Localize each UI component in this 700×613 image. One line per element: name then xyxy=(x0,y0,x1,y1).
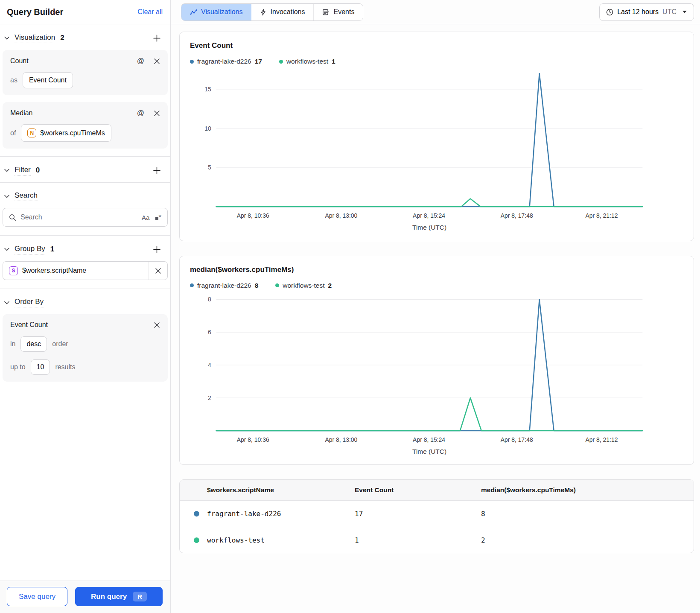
main-topbar: Visualizations Invocations Events Last 1… xyxy=(171,0,700,24)
cell-script-name: workflows-test xyxy=(207,536,355,544)
regex-icon[interactable]: * xyxy=(155,214,161,221)
clear-all-link[interactable]: Clear all xyxy=(137,8,163,16)
column-header-median: median($workers.cpuTimeMs) xyxy=(481,486,694,494)
event-count-chart-card: Event Count fragrant-lake-d22617workflow… xyxy=(179,32,694,241)
visualization-card-median: Median @ of N $workers.cpuTimeMs xyxy=(3,102,168,149)
legend-item[interactable]: workflows-test2 xyxy=(275,282,332,289)
section-group-by: Group By 1 S $workers.scriptName xyxy=(0,235,170,289)
group-by-item: S $workers.scriptName xyxy=(3,261,168,280)
time-zone-label: UTC xyxy=(662,8,677,16)
tab-label: Events xyxy=(333,8,354,16)
legend-dot xyxy=(190,283,194,287)
plus-icon xyxy=(153,166,161,175)
add-visualization-button[interactable] xyxy=(152,33,162,43)
legend-item[interactable]: fragrant-lake-d2268 xyxy=(190,282,258,289)
visualization-alias-field[interactable]: Event Count xyxy=(23,72,73,88)
order-label: order xyxy=(52,340,68,348)
chevron-down-icon[interactable] xyxy=(3,193,10,200)
run-query-label: Run query xyxy=(91,593,127,601)
visualization-card-title: Count xyxy=(10,57,29,65)
visualization-card-count: Count @ as Event Count xyxy=(3,50,168,95)
add-filter-button[interactable] xyxy=(152,165,162,175)
median-field-selector[interactable]: N $workers.cpuTimeMs xyxy=(21,124,111,142)
legend-dot xyxy=(275,283,279,287)
remove-group-by-button[interactable] xyxy=(149,262,167,280)
remove-order-by-button[interactable] xyxy=(154,322,160,328)
legend-series-value: 8 xyxy=(255,282,259,289)
legend-series-name: workflows-test xyxy=(286,58,328,65)
chart-legend: fragrant-lake-d2268workflows-test2 xyxy=(190,282,683,289)
at-mention-icon[interactable]: @ xyxy=(137,57,144,65)
time-range-label: Last 12 hours xyxy=(617,8,659,16)
time-range-selector[interactable]: Last 12 hours UTC xyxy=(599,3,694,21)
legend-item[interactable]: fragrant-lake-d22617 xyxy=(190,58,262,65)
tab-invocations[interactable]: Invocations xyxy=(251,4,314,20)
result-limit-input[interactable]: 10 xyxy=(31,359,50,375)
note-icon xyxy=(322,9,330,16)
order-by-card: Event Count in desc order up to xyxy=(3,314,168,382)
string-type-icon: S xyxy=(9,266,18,275)
series-color-dot xyxy=(194,537,199,543)
tab-events[interactable]: Events xyxy=(313,4,363,20)
y-tick-label: 8 xyxy=(208,296,211,303)
search-input[interactable] xyxy=(20,213,137,221)
y-tick-label: 4 xyxy=(208,362,211,368)
run-query-button[interactable]: Run query R xyxy=(75,587,163,606)
search-icon xyxy=(9,214,16,221)
chevron-down-icon[interactable] xyxy=(3,246,10,253)
section-filter: Filter 0 xyxy=(0,156,170,182)
chevron-down-icon[interactable] xyxy=(3,299,10,306)
filter-section-label: Filter xyxy=(15,166,31,175)
cell-script-name: fragrant-lake-d226 xyxy=(207,510,355,518)
table-row: fragrant-lake-d226178 xyxy=(180,501,694,527)
legend-series-name: workflows-test xyxy=(283,282,324,289)
legend-series-value: 2 xyxy=(328,282,332,289)
visualization-alias-value: Event Count xyxy=(29,76,67,84)
up-to-label: up to xyxy=(10,363,26,371)
section-order-by: Order By Event Count in desc xyxy=(0,289,170,389)
sidebar-footer: Save query Run query R xyxy=(0,581,170,613)
group-by-count: 1 xyxy=(50,245,54,254)
sort-direction-selector[interactable]: desc xyxy=(20,336,47,352)
x-tick-label: Apr 8, 13:00 xyxy=(325,436,357,443)
bolt-icon xyxy=(260,9,267,16)
tab-visualizations[interactable]: Visualizations xyxy=(181,4,251,20)
filter-count: 0 xyxy=(36,166,40,175)
at-mention-icon[interactable]: @ xyxy=(137,109,144,117)
page-title: Query Builder xyxy=(7,7,63,17)
search-box: Aa * xyxy=(3,208,168,227)
visualization-section-header: Visualization 2 xyxy=(0,27,170,49)
group-by-field-selector[interactable]: S $workers.scriptName xyxy=(3,266,149,275)
series-line-fragrant-lake-d226 xyxy=(216,73,643,207)
x-tick-label: Apr 8, 15:24 xyxy=(413,436,445,443)
y-tick-label: 5 xyxy=(208,164,211,171)
caret-down-icon xyxy=(682,10,687,14)
legend-item[interactable]: workflows-test1 xyxy=(279,58,335,65)
series-line-workflows-test xyxy=(216,199,643,207)
chart-title: median($workers.cpuTimeMs) xyxy=(190,266,683,274)
match-case-icon[interactable]: Aa xyxy=(142,214,149,221)
cell-event-count: 1 xyxy=(355,536,481,544)
x-tick-label: Apr 8, 17:48 xyxy=(501,212,533,219)
main-content: Event Count fragrant-lake-d22617workflow… xyxy=(171,24,700,613)
chevron-down-icon[interactable] xyxy=(3,167,10,174)
remove-visualization-button[interactable] xyxy=(154,58,160,64)
number-type-icon: N xyxy=(27,128,36,137)
x-axis-title: Time (UTC) xyxy=(412,447,446,455)
order-by-field: Event Count xyxy=(10,321,48,329)
add-group-by-button[interactable] xyxy=(152,244,162,254)
clock-icon xyxy=(606,9,613,16)
chevron-down-icon[interactable] xyxy=(3,35,10,41)
remove-visualization-button[interactable] xyxy=(154,110,160,117)
order-by-section-label: Order By xyxy=(15,298,44,307)
close-icon xyxy=(154,322,160,328)
series-line-workflows-test xyxy=(216,398,643,431)
results-label: results xyxy=(55,363,75,371)
median-field-value: $workers.cpuTimeMs xyxy=(40,129,105,137)
save-query-button[interactable]: Save query xyxy=(7,587,67,606)
legend-series-value: 1 xyxy=(332,58,335,65)
of-label: of xyxy=(10,129,16,137)
cell-event-count: 17 xyxy=(355,510,481,518)
sidebar-body: Visualization 2 Count @ xyxy=(0,24,170,581)
chart-plot: 2468Apr 8, 10:36Apr 8, 13:00Apr 8, 15:24… xyxy=(190,292,683,459)
